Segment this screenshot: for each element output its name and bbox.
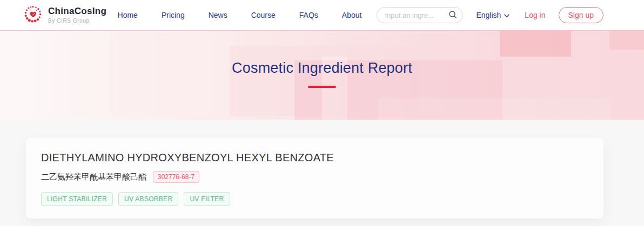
nav-home[interactable]: Home xyxy=(118,11,138,19)
language-label: English xyxy=(476,11,501,19)
nav-faqs[interactable]: FAQs xyxy=(299,11,318,19)
logo-subtitle: By CIRS Group xyxy=(48,18,106,24)
search-input[interactable] xyxy=(385,11,448,19)
main-content: DIETHYLAMINO HYDROXYBENZOYL HEXYL BENZOA… xyxy=(0,120,644,218)
logo-dots-heart-icon xyxy=(23,4,43,26)
ingredient-chinese-name: 二乙氨羟苯甲酰基苯甲酸己酯 xyxy=(41,172,146,182)
logo-title: ChinaCosIng xyxy=(48,6,106,17)
nav-course[interactable]: Course xyxy=(251,11,276,19)
signup-button[interactable]: Sign up xyxy=(559,7,603,23)
ingredient-inci-name: DIETHYLAMINO HYDROXYBENZOYL HEXYL BENZOA… xyxy=(41,152,588,164)
nav-pricing[interactable]: Pricing xyxy=(162,11,185,19)
ingredient-name-row: 二乙氨羟苯甲酰基苯甲酸己酯 302776-68-7 xyxy=(41,171,588,183)
hero-mosaic-block xyxy=(378,98,611,120)
nav-news[interactable]: News xyxy=(209,11,227,19)
ingredient-search[interactable] xyxy=(377,7,463,23)
ingredient-card: DIETHYLAMINO HYDROXYBENZOYL HEXYL BENZOA… xyxy=(26,138,603,218)
hero-banner: Cosmetic Ingredient Report xyxy=(0,31,644,120)
function-tag: LIGHT STABILIZER xyxy=(41,192,113,206)
function-tag: UV FILTER xyxy=(184,192,230,206)
main-nav: Home Pricing News Course FAQs About xyxy=(118,11,362,19)
header: ChinaCosIng By CIRS Group Home Pricing N… xyxy=(0,0,644,31)
nav-about[interactable]: About xyxy=(342,11,362,19)
search-button[interactable] xyxy=(448,10,457,20)
function-tag: UV ABSORBER xyxy=(118,192,178,206)
cas-number-badge: 302776-68-7 xyxy=(153,171,199,183)
search-icon xyxy=(448,10,457,20)
chevron-down-icon xyxy=(504,11,509,19)
language-selector[interactable]: English xyxy=(476,11,509,19)
page-title: Cosmetic Ingredient Report xyxy=(0,31,644,77)
logo[interactable]: ChinaCosIng By CIRS Group xyxy=(23,4,106,26)
login-link[interactable]: Log in xyxy=(525,11,545,19)
function-tags: LIGHT STABILIZER UV ABSORBER UV FILTER xyxy=(41,192,588,206)
title-underline xyxy=(308,86,336,88)
